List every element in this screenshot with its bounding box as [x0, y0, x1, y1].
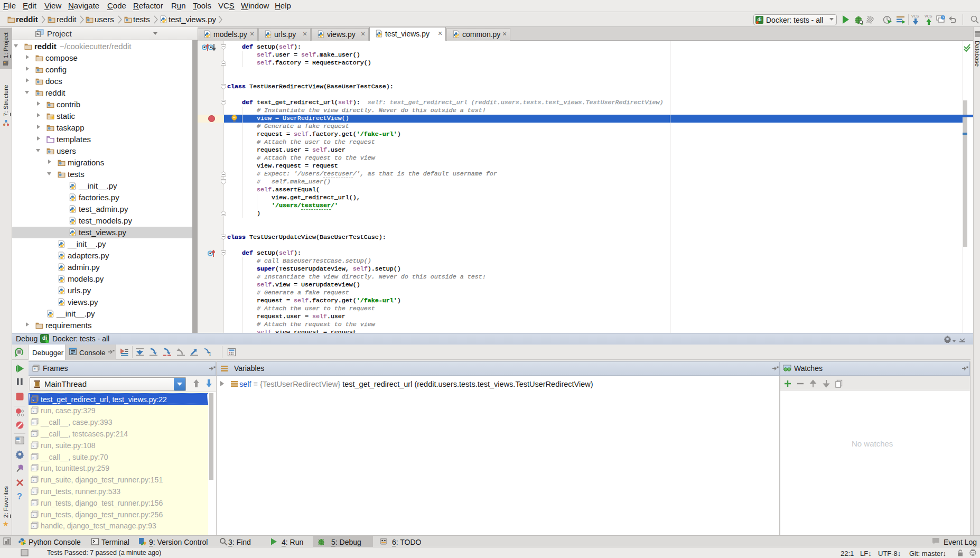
svg-text:VCS: VCS	[925, 14, 932, 18]
svg-text:?: ?	[17, 492, 22, 500]
svg-text:I: I	[209, 351, 211, 357]
svg-text:VCS: VCS	[911, 14, 919, 18]
